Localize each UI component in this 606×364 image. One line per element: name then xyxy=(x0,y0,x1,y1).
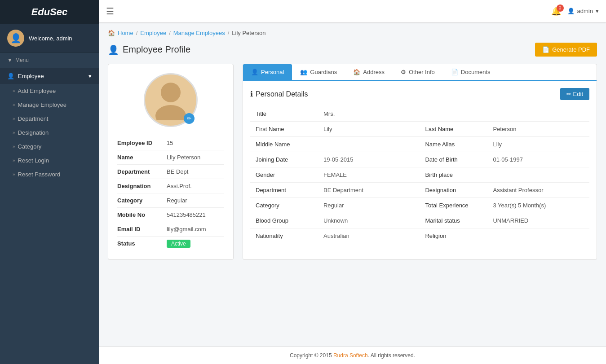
sidebar-item[interactable]: »Category xyxy=(0,140,99,153)
tab-label: Address xyxy=(363,69,385,75)
breadcrumb-current: Lily Peterson xyxy=(232,30,265,36)
tab-address[interactable]: 🏠Address xyxy=(345,64,393,81)
breadcrumb-manage-employees[interactable]: Manage Employees xyxy=(173,30,225,36)
sidebar: EduSec 👤 Welcome, admin ▼ Menu 👤 Employe… xyxy=(0,0,99,364)
breadcrumb-home[interactable]: Home xyxy=(118,30,133,36)
menu-icon: ▼ xyxy=(7,57,13,63)
chevron-icon: » xyxy=(13,88,15,93)
app-logo: EduSec xyxy=(0,0,99,24)
info-value: BE Dept xyxy=(167,168,188,175)
info-label: Status xyxy=(117,240,167,247)
tab-content-personal: ℹ Personal Details ✏ Edit Title Mrs. Fir… xyxy=(243,81,597,250)
profile-card: ✏ Employee ID15NameLily PetersonDepartme… xyxy=(108,64,234,260)
info-value: Assi.Prof. xyxy=(167,183,192,189)
breadcrumb-sep1: / xyxy=(136,30,138,36)
tab-personal[interactable]: 👤Personal xyxy=(243,64,292,81)
admin-dropdown[interactable]: 👤 admin ▾ xyxy=(567,8,599,14)
hamburger-button[interactable]: ☰ xyxy=(106,6,114,17)
detail-value2 xyxy=(487,228,589,244)
tab-guardians[interactable]: 👥Guardians xyxy=(292,64,345,81)
tabs-card: 👤Personal👥Guardians🏠Address⚙Other Info📄D… xyxy=(243,64,597,260)
footer-suffix: . All rights reserved. xyxy=(368,352,415,359)
menu-label: Menu xyxy=(15,57,29,63)
avatar-edit-button[interactable]: ✏ xyxy=(184,113,195,124)
detail-value2 xyxy=(487,106,589,122)
detail-value2: 3 Year(s) 5 Month(s) xyxy=(487,198,589,213)
detail-label: Title xyxy=(250,106,318,122)
notification-bell[interactable]: 🔔 0 xyxy=(551,6,561,16)
sidebar-item-label: Reset Password xyxy=(18,171,61,178)
dropdown-arrow-icon: ▾ xyxy=(596,8,599,14)
detail-label2: Date of Birth xyxy=(420,152,487,167)
table-row: Gender FEMALE Birth place xyxy=(250,167,589,183)
detail-value: FEMALE xyxy=(318,167,420,183)
sidebar-item-label: Designation xyxy=(18,129,49,136)
info-value: lily@gmail.com xyxy=(167,226,206,232)
info-value: Active xyxy=(167,240,190,247)
sidebar-user: 👤 Welcome, admin xyxy=(0,24,99,53)
avatar-area: ✏ xyxy=(117,73,224,127)
main-content: ☰ 🔔 0 👤 admin ▾ 🏠 Home / Employee / Mana… xyxy=(99,0,606,364)
footer: Copyright © 2015 Rudra Softech. All righ… xyxy=(99,346,606,364)
status-badge: Active xyxy=(167,240,190,248)
tab-icon: 🏠 xyxy=(353,69,360,75)
info-label: Category xyxy=(117,197,167,204)
breadcrumb: 🏠 Home / Employee / Manage Employees / L… xyxy=(108,30,597,36)
sidebar-item[interactable]: »Manage Employee xyxy=(0,98,99,112)
tab-other-info[interactable]: ⚙Other Info xyxy=(393,64,443,81)
info-value: 541235485221 xyxy=(167,211,206,218)
edit-pencil-icon: ✏ xyxy=(566,91,571,97)
detail-label: Category xyxy=(250,198,318,213)
sidebar-section-label: Employee xyxy=(18,73,44,79)
detail-value2: Assistant Professor xyxy=(487,183,589,198)
svg-point-1 xyxy=(155,105,186,120)
table-row: Category Regular Total Experience 3 Year… xyxy=(250,198,589,213)
user-icon: 👤 xyxy=(7,73,14,79)
sidebar-item[interactable]: »Reset Login xyxy=(0,153,99,167)
tab-label: Personal xyxy=(261,69,284,75)
detail-value: Regular xyxy=(318,198,420,213)
sidebar-item[interactable]: »Designation xyxy=(0,126,99,140)
page-header: 👤 Employee Profile 📄 Generate PDF xyxy=(108,43,597,57)
profile-info-row: Mobile No541235485221 xyxy=(117,208,224,222)
chevron-icon: » xyxy=(13,158,15,163)
generate-pdf-button[interactable]: 📄 Generate PDF xyxy=(535,43,597,57)
profile-info-row: DepartmentBE Dept xyxy=(117,165,224,179)
content-area: 🏠 Home / Employee / Manage Employees / L… xyxy=(99,22,606,346)
user-profile-icon: 👤 xyxy=(108,44,119,55)
sidebar-username: Welcome, admin xyxy=(29,35,72,42)
breadcrumb-sep2: / xyxy=(169,30,171,36)
home-icon: 🏠 xyxy=(108,30,115,36)
sidebar-item[interactable]: »Department xyxy=(0,112,99,126)
profile-avatar: ✏ xyxy=(144,73,198,127)
sidebar-section-employee[interactable]: 👤 Employee ▾ xyxy=(0,68,99,84)
table-row: Middle Name Name Alias Lily xyxy=(250,137,589,152)
detail-value: Mrs. xyxy=(318,106,420,122)
profile-info-row: DesignationAssi.Prof. xyxy=(117,179,224,193)
detail-value: Lily xyxy=(318,122,420,137)
chevron-icon: » xyxy=(13,102,15,107)
breadcrumb-employee[interactable]: Employee xyxy=(140,30,166,36)
avatar: 👤 xyxy=(7,30,24,47)
profile-info-row: CategoryRegular xyxy=(117,193,224,208)
sidebar-item[interactable]: »Reset Password xyxy=(0,167,99,181)
detail-label2 xyxy=(420,106,487,122)
detail-value: Unknown xyxy=(318,213,420,228)
edit-button[interactable]: ✏ Edit xyxy=(560,88,589,100)
detail-value xyxy=(318,137,420,152)
sidebar-item-label: Category xyxy=(18,143,42,150)
admin-user-icon: 👤 xyxy=(567,8,575,14)
detail-label: Blood Group xyxy=(250,213,318,228)
info-label: Designation xyxy=(117,183,167,189)
detail-label2: Total Experience xyxy=(420,198,487,213)
detail-value2 xyxy=(487,167,589,183)
profile-info-row: Email IDlily@gmail.com xyxy=(117,222,224,237)
tab-documents[interactable]: 📄Documents xyxy=(443,64,499,81)
profile-wrapper: ✏ Employee ID15NameLily PetersonDepartme… xyxy=(108,64,597,260)
tab-icon: 👤 xyxy=(251,69,258,75)
table-row: Blood Group Unknown Marital status UNMAR… xyxy=(250,213,589,228)
sidebar-item-label: Add Employee xyxy=(18,88,56,94)
topbar-right: 🔔 0 👤 admin ▾ xyxy=(551,6,599,16)
footer-brand-link[interactable]: Rudra Softech xyxy=(333,352,368,359)
sidebar-item[interactable]: »Add Employee xyxy=(0,84,99,98)
